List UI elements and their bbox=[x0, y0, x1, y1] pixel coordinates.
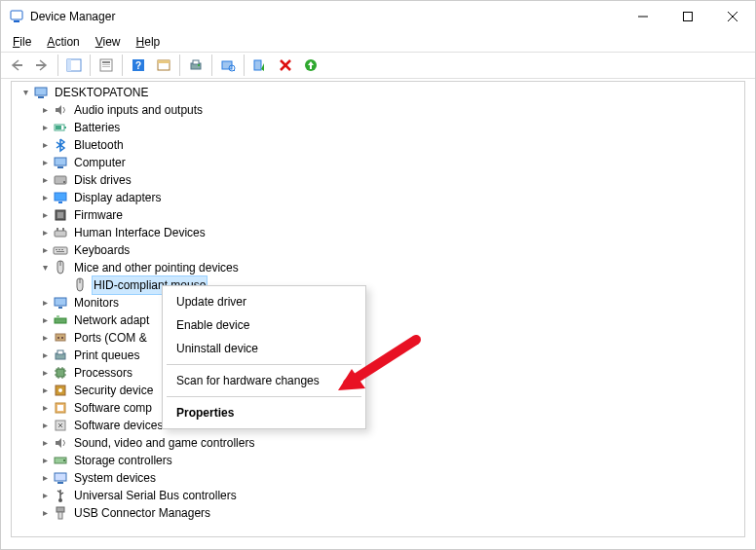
tree-category[interactable]: ▸ Audio inputs and outputs bbox=[14, 101, 744, 119]
chevron-right-icon[interactable]: ▸ bbox=[37, 137, 53, 153]
tree-category[interactable]: ▸ USB Connector Managers bbox=[14, 504, 744, 522]
update-driver-button[interactable] bbox=[299, 55, 322, 76]
device-tree-pane[interactable]: ▾ DESKTOPATONE ▸ Audio inputs and output… bbox=[11, 81, 745, 537]
close-button[interactable] bbox=[710, 1, 755, 32]
svg-rect-76 bbox=[55, 473, 66, 481]
computer-icon bbox=[33, 85, 49, 100]
menu-action[interactable]: Action bbox=[39, 32, 87, 52]
tree-category[interactable]: ▸ System devices bbox=[14, 469, 744, 487]
svg-rect-60 bbox=[57, 369, 64, 377]
chevron-right-icon[interactable]: ▸ bbox=[37, 225, 53, 240]
tree-category[interactable]: ▸ Software comp bbox=[14, 399, 744, 417]
chevron-right-icon[interactable]: ▸ bbox=[37, 330, 53, 346]
chevron-right-icon[interactable]: ▸ bbox=[37, 190, 53, 205]
tree-category[interactable]: ▸ Security device bbox=[14, 382, 744, 399]
battery-icon bbox=[53, 120, 68, 135]
tree-category[interactable]: ▸ Processors bbox=[14, 364, 744, 382]
chevron-down-icon[interactable]: ▾ bbox=[37, 260, 53, 275]
tree-category[interactable]: ▸ Print queues bbox=[14, 347, 744, 364]
svg-rect-34 bbox=[57, 166, 63, 168]
tree-device-hid-mouse[interactable]: HID-compliant mouse bbox=[14, 276, 744, 294]
uninstall-device-button[interactable] bbox=[274, 55, 297, 76]
back-button[interactable] bbox=[5, 55, 28, 76]
chevron-right-icon[interactable]: ▸ bbox=[37, 295, 53, 311]
svg-rect-29 bbox=[38, 96, 44, 98]
svg-rect-72 bbox=[57, 405, 63, 411]
tree-category[interactable]: ▸ Bluetooth bbox=[14, 136, 744, 154]
menu-view[interactable]: View bbox=[88, 32, 129, 52]
disk-icon bbox=[53, 172, 68, 188]
tree-category[interactable]: ▸ Computer bbox=[14, 154, 744, 171]
chevron-right-icon[interactable]: ▸ bbox=[37, 365, 53, 381]
svg-rect-12 bbox=[102, 64, 110, 65]
tree-category[interactable]: ▸ Keyboards bbox=[14, 241, 744, 259]
action-toolbar-button[interactable] bbox=[152, 55, 175, 76]
chevron-right-icon[interactable]: ▸ bbox=[37, 207, 53, 223]
printer-icon bbox=[53, 348, 68, 363]
tree-category[interactable]: ▸ Ports (COM & bbox=[14, 329, 744, 347]
chevron-right-icon[interactable]: ▸ bbox=[37, 418, 53, 433]
chevron-right-icon[interactable]: ▸ bbox=[37, 172, 53, 188]
properties-toolbar-button[interactable] bbox=[94, 55, 118, 76]
tree-category[interactable]: ▸ Human Interface Devices bbox=[14, 224, 744, 241]
ctx-enable-device[interactable]: Enable device bbox=[165, 313, 363, 337]
ctx-properties[interactable]: Properties bbox=[165, 401, 363, 424]
menu-file[interactable]: File bbox=[5, 32, 39, 52]
tree-category[interactable]: ▸ Batteries bbox=[14, 119, 744, 136]
tree-category[interactable]: ▸ Disk drives bbox=[14, 171, 744, 189]
firmware-icon bbox=[53, 207, 68, 223]
svg-rect-32 bbox=[64, 127, 66, 128]
chevron-right-icon[interactable]: ▸ bbox=[37, 435, 53, 451]
tree-root[interactable]: ▾ DESKTOPATONE bbox=[14, 84, 744, 101]
window-controls bbox=[621, 1, 755, 32]
network-icon bbox=[53, 312, 68, 328]
security-icon bbox=[53, 383, 68, 398]
ctx-update-driver[interactable]: Update driver bbox=[165, 290, 363, 313]
app-icon bbox=[9, 9, 24, 24]
chevron-right-icon[interactable]: ▸ bbox=[37, 312, 53, 328]
tree-category[interactable]: ▸ Universal Serial Bus controllers bbox=[14, 487, 744, 504]
svg-rect-6 bbox=[13, 64, 22, 66]
chevron-right-icon[interactable]: ▸ bbox=[37, 400, 53, 416]
chevron-right-icon[interactable]: ▸ bbox=[37, 505, 53, 521]
svg-rect-54 bbox=[57, 315, 59, 318]
svg-text:?: ? bbox=[135, 60, 141, 71]
tree-category[interactable]: ▸ Display adapters bbox=[14, 189, 744, 206]
ctx-uninstall-device[interactable]: Uninstall device bbox=[165, 337, 363, 360]
tree-category[interactable]: ▸ Sound, video and game controllers bbox=[14, 434, 744, 452]
svg-rect-47 bbox=[61, 249, 63, 250]
help-toolbar-button[interactable]: ? bbox=[127, 55, 150, 76]
maximize-button[interactable] bbox=[665, 1, 710, 32]
svg-rect-33 bbox=[55, 158, 66, 165]
tree-category[interactable]: ▸ Monitors bbox=[14, 294, 744, 312]
chevron-right-icon[interactable]: ▸ bbox=[37, 453, 53, 468]
tree-category[interactable]: ▸ Firmware bbox=[14, 206, 744, 224]
chevron-right-icon[interactable]: ▸ bbox=[37, 155, 53, 170]
tree-category-mice[interactable]: ▾ Mice and other pointing devices bbox=[14, 259, 744, 276]
svg-rect-80 bbox=[57, 507, 64, 512]
ctx-scan-hardware[interactable]: Scan for hardware changes bbox=[165, 369, 363, 392]
svg-rect-42 bbox=[57, 228, 58, 231]
show-hide-tree-button[interactable] bbox=[62, 55, 86, 76]
forward-button[interactable] bbox=[30, 55, 54, 76]
tree-category[interactable]: ▸ Network adapt bbox=[14, 312, 744, 329]
chevron-right-icon[interactable]: ▸ bbox=[37, 470, 53, 486]
scan-hardware-button[interactable] bbox=[216, 55, 240, 76]
chevron-right-icon[interactable]: ▸ bbox=[37, 120, 53, 135]
chevron-down-icon[interactable]: ▾ bbox=[18, 85, 33, 100]
svg-point-75 bbox=[63, 459, 65, 461]
svg-rect-37 bbox=[55, 193, 66, 201]
chevron-right-icon[interactable]: ▸ bbox=[37, 242, 53, 258]
minimize-button[interactable] bbox=[621, 1, 665, 32]
tree-category[interactable]: ▸ Software devices bbox=[14, 417, 744, 434]
tree-root-label: DESKTOPATONE bbox=[53, 84, 150, 101]
menu-help[interactable]: Help bbox=[129, 32, 169, 52]
enable-device-button[interactable] bbox=[248, 55, 272, 76]
print-toolbar-button[interactable] bbox=[184, 55, 208, 76]
svg-rect-52 bbox=[58, 307, 62, 309]
chevron-right-icon[interactable]: ▸ bbox=[37, 348, 53, 363]
chevron-right-icon[interactable]: ▸ bbox=[37, 383, 53, 398]
tree-category[interactable]: ▸ Storage controllers bbox=[14, 452, 744, 469]
chevron-right-icon[interactable]: ▸ bbox=[37, 488, 53, 503]
chevron-right-icon[interactable]: ▸ bbox=[37, 102, 53, 118]
